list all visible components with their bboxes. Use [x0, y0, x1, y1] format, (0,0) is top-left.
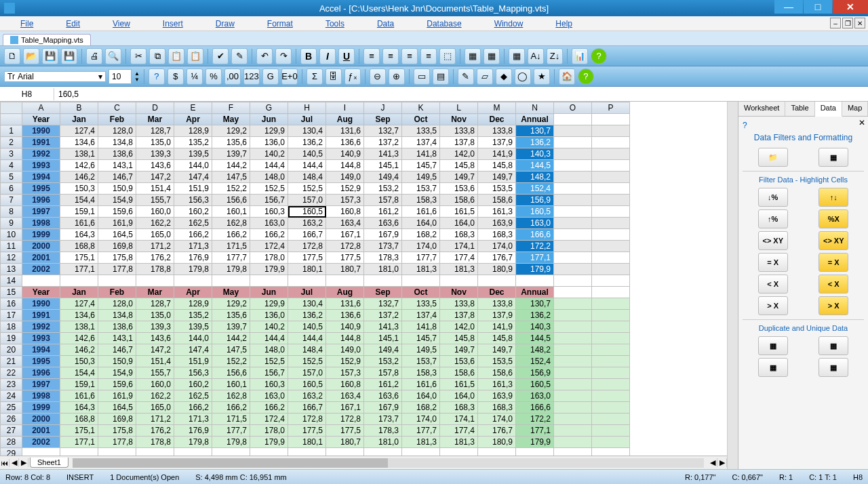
tab-first[interactable]: ⏮ [0, 459, 9, 467]
cell[interactable]: 2001 [22, 425, 60, 437]
cell[interactable]: 174,0 [478, 414, 516, 425]
cell[interactable]: 130,4 [288, 298, 326, 310]
cell[interactable]: 1996 [22, 195, 60, 206]
row-header[interactable]: 7 [1, 195, 22, 206]
cell[interactable] [554, 356, 592, 367]
cell[interactable]: 177,5 [288, 252, 326, 264]
row-header[interactable]: 21 [1, 356, 22, 367]
cell[interactable] [22, 275, 60, 287]
cell[interactable]: 158,6 [478, 195, 516, 206]
sort-desc-button[interactable]: Z↓ [547, 48, 563, 64]
cell[interactable]: 144,0 [174, 160, 212, 172]
cell[interactable] [592, 218, 630, 229]
cell[interactable]: 180,7 [326, 264, 364, 275]
menu-draw[interactable]: Draw [216, 19, 235, 28]
cell[interactable]: 161,2 [364, 206, 402, 218]
panel-close[interactable]: ✕ [859, 118, 865, 127]
cell[interactable]: 1991 [22, 137, 60, 148]
merge-button[interactable]: ⬚ [439, 48, 456, 64]
cell[interactable]: 148,0 [250, 344, 288, 356]
cell[interactable]: 163,9 [478, 218, 516, 229]
cell[interactable]: 127,4 [60, 298, 98, 310]
cell[interactable] [554, 425, 592, 437]
filter-btn-1-1[interactable]: %X [818, 209, 848, 228]
cell[interactable]: 144,4 [288, 333, 326, 344]
cell[interactable]: 149,7 [478, 344, 516, 356]
cell[interactable]: 147,2 [136, 172, 174, 183]
align-center-button[interactable]: ≡ [382, 48, 399, 64]
row-header[interactable]: 10 [1, 229, 22, 241]
cell[interactable]: 144,4 [288, 160, 326, 172]
font-name-select[interactable]: Tr Arial ▾ [4, 71, 106, 82]
cut-button[interactable]: ✂ [130, 48, 146, 64]
v-scrollbar[interactable] [727, 102, 738, 469]
cell[interactable]: 128,9 [174, 125, 212, 137]
cell[interactable]: Oct [402, 114, 440, 125]
cell[interactable]: 132,7 [364, 298, 402, 310]
cell[interactable]: 153,5 [478, 183, 516, 195]
document-tab[interactable]: Table_Mapping.vts [3, 34, 91, 45]
mdi-min[interactable]: – [830, 18, 841, 28]
cell[interactable]: 160,3 [250, 206, 288, 218]
cell[interactable] [478, 448, 516, 456]
cell[interactable]: 164,0 [440, 390, 478, 402]
row-header[interactable]: 22 [1, 367, 22, 379]
panel-help-icon[interactable]: ? [743, 121, 747, 130]
paste-button[interactable]: 📋 [168, 48, 184, 64]
cell[interactable]: 135,0 [136, 310, 174, 321]
cell[interactable]: 166,2 [250, 402, 288, 414]
cell[interactable]: 154,9 [98, 367, 136, 379]
cell[interactable]: 162,5 [174, 390, 212, 402]
cell[interactable]: 172,4 [250, 414, 288, 425]
fill-color-button[interactable]: ▦ [465, 48, 481, 64]
cell[interactable]: 166,7 [288, 229, 326, 241]
align-left-button[interactable]: ≡ [363, 48, 380, 64]
cell[interactable]: 171,3 [174, 241, 212, 252]
row-header[interactable]: 17 [1, 310, 22, 321]
general-button[interactable]: G [262, 68, 279, 85]
cell[interactable]: 156,9 [516, 367, 554, 379]
h-scrollbar[interactable] [73, 458, 704, 468]
cell[interactable]: 162,2 [136, 390, 174, 402]
cell[interactable]: 160,8 [326, 379, 364, 390]
currency-button[interactable]: $ [167, 68, 184, 85]
cell[interactable]: Aug [326, 114, 364, 125]
row-header[interactable]: 6 [1, 183, 22, 195]
cell[interactable]: 137,8 [440, 137, 478, 148]
cell[interactable]: 179,9 [250, 264, 288, 275]
cell[interactable]: 174,0 [478, 241, 516, 252]
cell[interactable]: 133,8 [440, 125, 478, 137]
row-header[interactable]: 29 [1, 448, 22, 456]
cell[interactable] [554, 310, 592, 321]
cell[interactable]: 127,4 [60, 125, 98, 137]
cell[interactable] [554, 402, 592, 414]
cell[interactable] [250, 448, 288, 456]
cell[interactable] [98, 275, 136, 287]
cell[interactable]: 147,5 [212, 344, 250, 356]
cell[interactable]: 176,9 [174, 425, 212, 437]
cell[interactable]: Nov [440, 114, 478, 125]
cell[interactable]: 180,9 [478, 437, 516, 448]
cell[interactable]: 148,0 [250, 172, 288, 183]
cell[interactable] [516, 275, 554, 287]
cell[interactable] [554, 344, 592, 356]
cell[interactable]: 161,6 [60, 218, 98, 229]
cell[interactable]: 145,8 [478, 333, 516, 344]
cell[interactable] [592, 160, 630, 172]
saveas-button[interactable]: 💾 [61, 48, 77, 64]
col-header[interactable] [1, 102, 22, 114]
cell[interactable]: 150,9 [98, 183, 136, 195]
cell[interactable]: 181,3 [402, 437, 440, 448]
cell[interactable]: 180,1 [288, 264, 326, 275]
cell[interactable]: 164,3 [60, 402, 98, 414]
cell[interactable]: 166,6 [516, 402, 554, 414]
cell[interactable]: 172,8 [288, 414, 326, 425]
sum-button[interactable]: Σ [307, 68, 323, 85]
row-header[interactable]: 24 [1, 390, 22, 402]
tab-next[interactable]: ▶ [19, 458, 28, 467]
cell[interactable] [592, 367, 630, 379]
cell[interactable] [22, 448, 60, 456]
help3-button[interactable]: ? [578, 68, 594, 85]
cell[interactable]: 156,7 [250, 195, 288, 206]
cell[interactable] [60, 448, 98, 456]
